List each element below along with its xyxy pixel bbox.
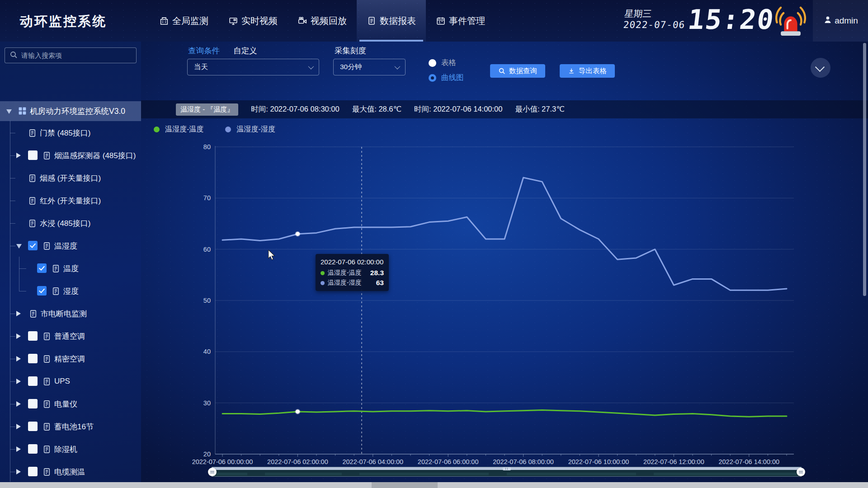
tree-item[interactable]: 红外 (开关量接口) [0,189,141,212]
tree-connector [10,178,15,178]
export-button[interactable]: 导出表格 [560,64,615,78]
query-tab[interactable]: 自定义 [233,45,257,56]
nav-live-video[interactable]: 实时视频 [218,0,288,42]
user-menu[interactable]: admin [813,0,868,42]
tree-connector [10,472,15,472]
nav-item-label: 视频回放 [311,15,347,27]
nav-item-label: 事件管理 [449,15,485,27]
legend-item[interactable]: 温湿度-温度 [154,125,203,134]
caret-down-icon[interactable] [6,109,12,114]
horizontal-scrollbar[interactable] [0,482,868,488]
tree-item[interactable]: 湿度 [0,280,141,302]
doc-icon [42,445,51,456]
datazoom-slider[interactable] [212,467,802,477]
stat-item: 时间: 2022-07-06 14:00:00 [414,104,502,114]
doc-icon [29,310,38,320]
checkbox-checked[interactable] [37,263,47,273]
view-mode-radios: 表格曲线图 [429,58,464,83]
search-input[interactable] [21,52,132,59]
checkbox-unchecked[interactable] [28,150,38,160]
tree-connector [10,155,15,156]
digital-clock: 15:20 [686,4,772,35]
date-box: 星期三 2022-07-06 [623,8,688,31]
chevron-down-icon [308,64,314,70]
legend-item[interactable]: 温湿度-湿度 [225,125,275,134]
datazoom-handle-left[interactable] [208,468,217,476]
caret-right-icon[interactable] [16,311,21,316]
query-tab[interactable]: 查询条件 [188,45,220,56]
horizontal-scrollbar-thumb[interactable] [372,482,438,488]
query-button[interactable]: 数据查询 [490,64,545,78]
series-badge: 温湿度 - 『温度』 [176,103,238,116]
tree-item[interactable]: 烟感 (开关量接口) [0,167,141,189]
datazoom-handle-right[interactable] [797,468,805,476]
device-tree: 机房动力环境监控系统V3.0门禁 (485接口)烟温感探测器 (485接口)烟感… [0,67,141,482]
tree-connector [10,336,15,337]
tree-item[interactable]: UPS [0,370,141,393]
caret-right-icon[interactable] [16,333,21,339]
tree-item[interactable]: 电缆测温 [0,460,141,482]
vertical-scrollbar[interactable] [863,43,866,482]
nav-global-monitoring[interactable]: 全局监测 [149,0,218,42]
radio-unselected[interactable]: 表格 [429,58,464,68]
caret-right-icon[interactable] [16,424,21,429]
tooltip-row: 温湿度-湿度63 [321,279,384,287]
caret-right-icon[interactable] [16,469,21,474]
doc-icon [42,242,51,253]
nav-data-report[interactable]: 数据报表 [357,0,426,42]
tooltip-title: 2022-07-06 02:00:00 [321,258,384,266]
tooltip-series-value: 63 [376,279,384,287]
caret-right-icon[interactable] [16,153,21,158]
tree-item[interactable]: 普通空调 [0,325,141,347]
datazoom-data-shadow [212,473,801,475]
tree-root-item[interactable]: 机房动力环境监控系统V3.0 [0,101,141,121]
checkbox-unchecked[interactable] [28,376,38,386]
caret-right-icon[interactable] [16,356,21,361]
radio-selected[interactable]: 曲线图 [429,73,464,83]
checkbox-unchecked[interactable] [28,331,38,341]
date-range-value: 当天 [194,62,208,72]
interval-select[interactable]: 30分钟 [333,59,406,75]
tree-item[interactable]: 门禁 (485接口) [0,122,141,144]
caret-right-icon[interactable] [16,379,21,384]
caret-right-icon[interactable] [16,446,21,452]
checkbox-unchecked[interactable] [28,354,38,363]
date-range-select[interactable]: 当天 [187,59,319,75]
checkbox-unchecked[interactable] [28,467,38,476]
caret-down-icon[interactable] [16,244,22,249]
interval-label: 采集刻度 [335,45,366,56]
checkbox-unchecked[interactable] [28,422,38,431]
tree-item[interactable]: 温度 [0,257,141,280]
checkbox-unchecked[interactable] [28,444,38,454]
building-icon [159,16,169,26]
caret-right-icon[interactable] [16,401,21,407]
datazoom-move-handle[interactable] [503,467,511,470]
tree-item[interactable]: 电量仪 [0,393,141,415]
tree-connector [10,246,15,246]
tree-item-label: 水浸 (485接口) [40,218,90,229]
doc-icon [42,400,51,411]
action-buttons: 数据查询导出表格 [490,64,615,78]
checkbox-checked[interactable] [28,241,38,250]
chevron-down-icon [395,64,401,70]
button-label: 数据查询 [509,66,537,76]
alarm-siren-icon[interactable] [773,4,808,38]
collapse-button[interactable] [811,58,830,78]
checkbox-unchecked[interactable] [28,399,38,408]
vertical-scrollbar-thumb[interactable] [863,43,866,296]
tree-item[interactable]: 蓄电池16节 [0,415,141,438]
doc-icon [42,377,51,388]
radio-dot [429,59,436,67]
checkbox-checked[interactable] [37,286,47,296]
radio-label: 曲线图 [441,73,464,83]
nav-event-management[interactable]: 事件管理 [426,0,495,42]
tree-item[interactable]: 烟温感探测器 (485接口) [0,144,141,167]
tree-item[interactable]: 温湿度 [0,235,141,257]
tooltip-series-name: 温湿度-湿度 [328,279,362,287]
tree-item[interactable]: 市电断电监测 [0,302,141,325]
stats-bar: 温湿度 - 『温度』 时间: 2022-07-06 08:30:00最大值: 2… [141,100,868,118]
nav-video-playback[interactable]: 视频回放 [288,0,357,42]
tree-item[interactable]: 除湿机 [0,438,141,460]
tree-item[interactable]: 精密空调 [0,347,141,370]
tree-item[interactable]: 水浸 (485接口) [0,212,141,235]
